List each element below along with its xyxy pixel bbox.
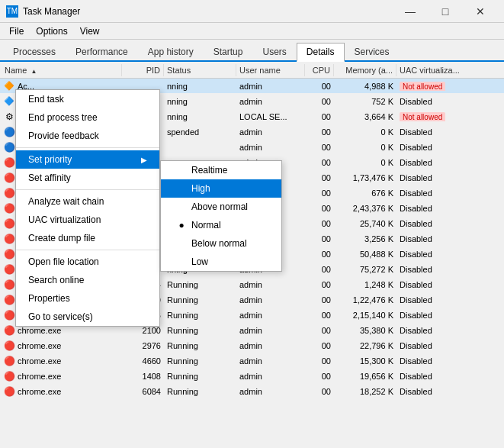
ctx-separator-1 bbox=[16, 147, 159, 148]
process-icon: 🔴 bbox=[3, 156, 15, 169]
ctx-properties[interactable]: Properties bbox=[16, 289, 159, 308]
tab-processes[interactable]: Processes bbox=[3, 43, 66, 60]
priority-realtime[interactable]: Realtime bbox=[161, 161, 281, 179]
col-header-memory[interactable]: Memory (a... bbox=[334, 64, 396, 76]
menu-options[interactable]: Options bbox=[30, 24, 73, 38]
table-row[interactable]: 🔴chrome.exe 2976 Running admin 00 22,796… bbox=[0, 338, 504, 353]
ctx-set-affinity[interactable]: Set affinity bbox=[16, 169, 159, 187]
process-icon: 🔴 bbox=[3, 172, 15, 184]
process-icon: 🔴 bbox=[3, 202, 15, 214]
process-icon: 🔴 bbox=[3, 218, 15, 230]
priority-high[interactable]: High bbox=[161, 179, 281, 198]
tab-startup[interactable]: Startup bbox=[204, 43, 253, 60]
ctx-end-task[interactable]: End task bbox=[16, 90, 159, 108]
col-header-user[interactable]: User name bbox=[236, 64, 305, 76]
process-icon: 🔵 bbox=[3, 141, 15, 153]
ctx-separator-3 bbox=[16, 250, 159, 250]
process-icon: 🔷 bbox=[3, 95, 15, 108]
process-icon: 🔴 bbox=[3, 324, 15, 337]
table-body: 🔶 Ac... nning admin 00 4,988 K Not allow… bbox=[0, 79, 504, 426]
uac-badge: Not allowed bbox=[400, 82, 445, 91]
process-icon: 🔵 bbox=[3, 126, 15, 138]
ctx-separator-2 bbox=[16, 189, 159, 190]
process-icon: 🔶 bbox=[3, 80, 15, 92]
main-content: Name ▲ PID Status User name CPU Memory (… bbox=[0, 62, 504, 448]
ctx-set-priority[interactable]: Set priority ▶ bbox=[16, 150, 159, 169]
uac-badge: Not allowed bbox=[400, 112, 445, 121]
process-icon: ⚙ bbox=[3, 111, 15, 123]
ctx-uac-virtualization[interactable]: UAC virtualization bbox=[16, 211, 159, 229]
process-icon: 🔴 bbox=[3, 355, 15, 367]
col-header-name[interactable]: Name ▲ bbox=[0, 64, 122, 76]
process-icon: 🔴 bbox=[3, 279, 15, 291]
priority-normal[interactable]: ● Normal bbox=[161, 216, 281, 234]
tab-users[interactable]: Users bbox=[252, 43, 296, 60]
process-icon: 🔴 bbox=[3, 187, 15, 199]
process-icon: 🔴 bbox=[3, 370, 15, 382]
col-header-cpu[interactable]: CPU bbox=[305, 64, 334, 76]
ctx-search-online[interactable]: Search online bbox=[16, 271, 159, 289]
process-icon: 🔴 bbox=[3, 385, 15, 398]
priority-above-normal[interactable]: Above normal bbox=[161, 198, 281, 216]
menu-bar: File Options View bbox=[0, 23, 504, 40]
ctx-provide-feedback[interactable]: Provide feedback bbox=[16, 127, 159, 145]
process-icon: 🔴 bbox=[3, 233, 15, 245]
context-menu: End task End process tree Provide feedba… bbox=[15, 89, 160, 327]
minimize-button[interactable]: — bbox=[393, 0, 428, 23]
ctx-open-file-location[interactable]: Open file location bbox=[16, 253, 159, 271]
maximize-button[interactable]: □ bbox=[428, 0, 463, 23]
tab-app-history[interactable]: App history bbox=[138, 43, 204, 60]
tab-performance[interactable]: Performance bbox=[66, 43, 138, 60]
window-title: Task Manager bbox=[23, 6, 393, 17]
ctx-create-dump[interactable]: Create dump file bbox=[16, 229, 159, 247]
col-header-uac[interactable]: UAC virtualiza... bbox=[396, 64, 473, 76]
table-row[interactable]: 🔴chrome.exe 1408 Running admin 00 19,656… bbox=[0, 369, 504, 384]
window-controls: — □ ✕ bbox=[393, 0, 498, 23]
priority-below-normal[interactable]: Below normal bbox=[161, 234, 281, 253]
ctx-end-process-tree[interactable]: End process tree bbox=[16, 108, 159, 127]
priority-submenu: Realtime High Above normal ● Normal Belo… bbox=[160, 160, 282, 272]
tab-services[interactable]: Services bbox=[345, 43, 400, 60]
table-header: Name ▲ PID Status User name CPU Memory (… bbox=[0, 62, 504, 79]
process-icon: 🔴 bbox=[3, 340, 15, 352]
process-icon: 🔴 bbox=[3, 309, 15, 321]
process-icon: 🔴 bbox=[3, 248, 15, 260]
ctx-analyze-wait[interactable]: Analyze wait chain bbox=[16, 192, 159, 211]
tab-bar: Processes Performance App history Startu… bbox=[0, 40, 504, 62]
menu-view[interactable]: View bbox=[74, 24, 106, 38]
tab-details[interactable]: Details bbox=[297, 43, 345, 62]
sort-arrow-icon: ▲ bbox=[30, 68, 37, 75]
process-icon: 🔴 bbox=[3, 294, 15, 306]
process-icon: 🔴 bbox=[3, 263, 15, 276]
table-row[interactable]: 🔴chrome.exe 6084 Running admin 00 18,252… bbox=[0, 384, 504, 399]
close-button[interactable]: ✕ bbox=[463, 0, 498, 23]
col-header-pid[interactable]: PID bbox=[122, 64, 164, 76]
app-icon: TM bbox=[6, 5, 18, 18]
menu-file[interactable]: File bbox=[3, 24, 30, 38]
priority-low[interactable]: Low bbox=[161, 253, 281, 271]
col-header-status[interactable]: Status bbox=[164, 64, 236, 76]
ctx-go-to-services[interactable]: Go to service(s) bbox=[16, 308, 159, 326]
table-row[interactable]: 🔴chrome.exe 4660 Running admin 00 15,300… bbox=[0, 353, 504, 369]
submenu-arrow-icon: ▶ bbox=[141, 156, 147, 164]
title-bar: TM Task Manager — □ ✕ bbox=[0, 0, 504, 23]
